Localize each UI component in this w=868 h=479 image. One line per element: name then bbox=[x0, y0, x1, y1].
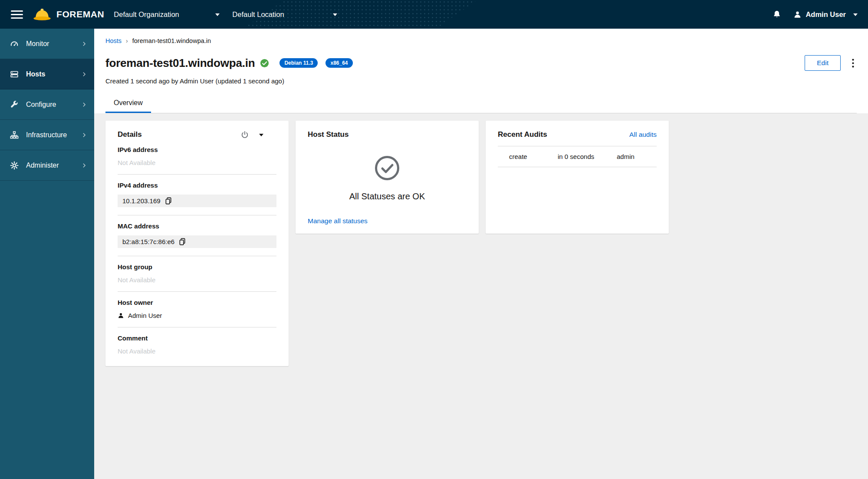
brand: FOREMAN bbox=[33, 8, 104, 21]
page-title: foreman-test01.windowpa.in bbox=[105, 56, 255, 70]
foreman-logo-icon bbox=[33, 8, 51, 21]
sidebar-item-configure[interactable]: Configure bbox=[0, 89, 94, 120]
field-label: IPv4 address bbox=[118, 182, 276, 189]
field-host-owner: Host owner Admin User bbox=[118, 292, 276, 327]
caret-down-icon bbox=[215, 13, 220, 18]
location-label: Default Location bbox=[232, 10, 284, 19]
status-message: All Statuses are OK bbox=[349, 192, 425, 202]
gear-icon bbox=[10, 161, 19, 170]
mac-copy-field[interactable]: b2:a8:15:7c:86:e6 bbox=[118, 235, 276, 248]
power-status-icon[interactable] bbox=[241, 131, 249, 139]
owner-name: Admin User bbox=[128, 312, 162, 319]
sidebar-item-label: Administer bbox=[26, 162, 59, 169]
chevron-right-icon bbox=[81, 71, 87, 77]
ipv4-copy-field[interactable]: 10.1.203.169 bbox=[118, 195, 276, 207]
sidebar-item-label: Monitor bbox=[26, 40, 49, 48]
wrench-icon bbox=[10, 100, 19, 109]
content-area: Details IPv6 address Not Available bbox=[94, 113, 868, 479]
nav-toggle-button[interactable] bbox=[11, 9, 23, 20]
sidebar-nav: Monitor Hosts Configure bbox=[0, 29, 94, 479]
sitemap-icon bbox=[10, 131, 19, 139]
sidebar-item-label: Infrastructure bbox=[26, 131, 67, 139]
chevron-right-icon bbox=[81, 162, 87, 168]
host-owner-value: Admin User bbox=[118, 312, 276, 319]
title-row: foreman-test01.windowpa.in Debian 11.3 x… bbox=[105, 55, 857, 71]
caret-down-icon bbox=[333, 13, 337, 18]
field-value: Not Available bbox=[118, 347, 276, 355]
kebab-menu-button[interactable] bbox=[849, 57, 857, 69]
chevron-right-icon bbox=[81, 41, 87, 47]
field-label: Host owner bbox=[118, 299, 276, 306]
status-ok-circle-icon bbox=[374, 155, 400, 183]
status-card-title: Host Status bbox=[308, 130, 349, 139]
bell-icon bbox=[773, 10, 781, 19]
audit-user: admin bbox=[617, 153, 657, 160]
header-actions: Edit bbox=[805, 55, 857, 71]
edit-button[interactable]: Edit bbox=[805, 55, 841, 71]
kebab-icon bbox=[852, 59, 854, 68]
server-icon bbox=[10, 70, 19, 79]
created-info: Created 1 second ago by Admin User (upda… bbox=[105, 77, 857, 85]
field-label: IPv6 address bbox=[118, 146, 276, 153]
notifications-button[interactable] bbox=[773, 10, 781, 19]
breadcrumb-hosts-link[interactable]: Hosts bbox=[105, 37, 122, 44]
caret-down-icon bbox=[853, 13, 858, 18]
sidebar-item-infrastructure[interactable]: Infrastructure bbox=[0, 120, 94, 150]
audits-table: create in 0 seconds admin bbox=[498, 146, 657, 167]
audit-row[interactable]: create in 0 seconds admin bbox=[498, 146, 657, 167]
audit-action: create bbox=[509, 153, 558, 160]
user-icon bbox=[118, 312, 124, 319]
gauge-icon bbox=[10, 40, 19, 48]
all-audits-link[interactable]: All audits bbox=[629, 131, 657, 139]
manage-statuses-link[interactable]: Manage all statuses bbox=[308, 217, 467, 225]
details-dropdown-caret-icon[interactable] bbox=[259, 134, 263, 139]
organization-selector[interactable]: Default Organization bbox=[114, 10, 220, 19]
organization-label: Default Organization bbox=[114, 10, 179, 19]
field-mac: MAC address b2:a8:15:7c:86:e6 bbox=[118, 215, 276, 256]
audit-time: in 0 seconds bbox=[558, 153, 617, 160]
chevron-right-icon bbox=[81, 132, 87, 138]
copy-icon[interactable] bbox=[165, 197, 172, 205]
chevron-right-icon bbox=[81, 102, 87, 108]
tab-bar: Overview bbox=[105, 95, 857, 113]
audits-card-title: Recent Audits bbox=[498, 130, 547, 139]
copy-icon[interactable] bbox=[179, 238, 186, 245]
sidebar-item-administer[interactable]: Administer bbox=[0, 150, 94, 181]
details-card: Details IPv6 address Not Available bbox=[105, 121, 289, 366]
details-card-title: Details bbox=[118, 130, 142, 139]
field-ipv6: IPv6 address Not Available bbox=[118, 139, 276, 175]
details-card-actions bbox=[241, 131, 263, 139]
arch-badge[interactable]: x86_64 bbox=[326, 58, 352, 68]
cards-grid: Details IPv6 address Not Available bbox=[105, 121, 857, 366]
field-value: Not Available bbox=[118, 276, 276, 284]
field-hostgroup: Host group Not Available bbox=[118, 256, 276, 292]
brand-name: FOREMAN bbox=[56, 9, 104, 20]
field-label: Comment bbox=[118, 334, 276, 342]
breadcrumb-current: foreman-test01.windowpa.in bbox=[132, 37, 211, 44]
field-label: MAC address bbox=[118, 222, 276, 230]
ipv4-value: 10.1.203.169 bbox=[122, 197, 161, 205]
user-name: Admin User bbox=[806, 10, 846, 19]
field-comment: Comment Not Available bbox=[118, 327, 276, 357]
field-value: Not Available bbox=[118, 159, 276, 166]
os-badge[interactable]: Debian 11.3 bbox=[279, 58, 318, 68]
tab-label: Overview bbox=[114, 99, 143, 106]
location-selector[interactable]: Default Location bbox=[232, 10, 337, 19]
tab-overview[interactable]: Overview bbox=[105, 95, 151, 113]
host-status-card: Host Status All Statuses are OK Manage a… bbox=[296, 121, 479, 234]
recent-audits-card: Recent Audits All audits create in 0 sec… bbox=[486, 121, 669, 234]
breadcrumb: Hosts foreman-test01.windowpa.in bbox=[105, 37, 857, 44]
field-label: Host group bbox=[118, 263, 276, 271]
sidebar-item-monitor[interactable]: Monitor bbox=[0, 29, 94, 59]
sidebar-item-hosts[interactable]: Hosts bbox=[0, 59, 94, 89]
page-header: Hosts foreman-test01.windowpa.in foreman… bbox=[94, 29, 868, 113]
mac-value: b2:a8:15:7c:86:e6 bbox=[122, 238, 174, 245]
main-area: Hosts foreman-test01.windowpa.in foreman… bbox=[94, 29, 868, 479]
breadcrumb-separator-icon bbox=[126, 37, 128, 44]
field-ipv4: IPv4 address 10.1.203.169 bbox=[118, 175, 276, 215]
top-navbar: FOREMAN Default Organization Default Loc… bbox=[0, 0, 868, 29]
status-center: All Statuses are OK bbox=[308, 139, 467, 217]
sidebar-item-label: Configure bbox=[26, 101, 56, 109]
navbar-right-group: Admin User bbox=[773, 10, 858, 19]
user-menu[interactable]: Admin User bbox=[793, 10, 858, 19]
